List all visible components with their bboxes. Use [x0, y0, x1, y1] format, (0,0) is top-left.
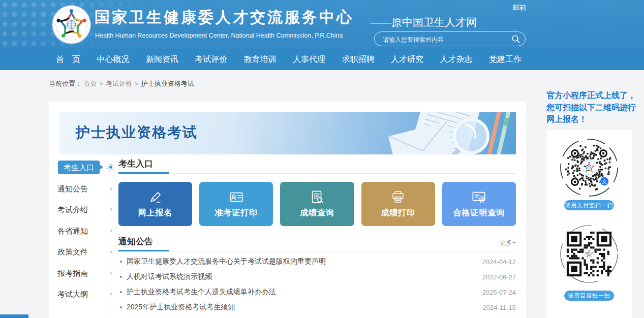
notice-list: 国家卫生健康委人才交流服务中心关于考试试题版权的重要声明2024-04-12人机… [118, 254, 516, 315]
entry-button-1[interactable]: 准考证打印 [199, 182, 273, 226]
sidebar-dot [110, 293, 112, 295]
notice-title[interactable]: 护士执业资格考试考生个人遗失成绩单补办办法 [127, 288, 482, 297]
sidebar-dot [110, 230, 112, 232]
notice-row-0[interactable]: 国家卫生健康委人才交流服务中心关于考试试题版权的重要声明2024-04-12 [118, 254, 516, 269]
entry-section-underline [118, 172, 516, 174]
notice-row-1[interactable]: 人机对话考试系统演示视频2022-06-27 [118, 269, 516, 284]
nav-item-6[interactable]: 求职招聘 [342, 54, 375, 65]
footer-edge [0, 314, 28, 318]
banner-title: 护士执业资格考试 [76, 123, 198, 142]
notice-date: 2024-04-12 [482, 258, 516, 266]
sidebar-item-4[interactable]: 政策文件 [57, 245, 103, 259]
sidebar-item-6[interactable]: 考试大纲 [57, 287, 103, 301]
bullet-dot [120, 291, 122, 293]
notice-section-title: 通知公告 [118, 236, 153, 247]
nav-item-1[interactable]: 中心概况 [97, 54, 129, 65]
nav-item-5[interactable]: 人事代理 [293, 54, 325, 65]
mailbox-link[interactable]: 邮箱 [513, 3, 526, 12]
former-site-name: ——原中国卫生人才网 [370, 15, 477, 29]
search-icon[interactable] [511, 35, 520, 44]
site-subtitle: Health Human Resources Development Cente… [95, 32, 343, 39]
more-link[interactable]: 更多+ [500, 239, 516, 247]
alipay-scan-button[interactable]: 请用支付宝扫一扫 [564, 200, 614, 210]
page: 国家卫生健康委人才交流服务中心 Health Human Resources D… [0, 0, 644, 318]
entry-button-label: 合格证明查询 [453, 208, 505, 218]
notice-row-3[interactable]: 2025年护士执业资格考试考生须知2024-11-15 [118, 300, 516, 315]
content-card: 护士执业资格考试 考生入口通知公告考试介绍各省通知政策文件报考指南考试大纲 考生… [49, 102, 526, 318]
banner-decoration [292, 112, 516, 154]
breadcrumb-item-1[interactable]: 考试评价 [106, 80, 132, 87]
nav-item-7[interactable]: 人才研究 [391, 54, 423, 65]
baidu-qr-code [559, 224, 620, 284]
active-marker [107, 164, 114, 171]
sidebar-dot [110, 187, 112, 190]
notice-row-2[interactable]: 护士执业资格考试考生个人遗失成绩单补办办法2025-07-24 [118, 284, 516, 300]
page-banner: 护士执业资格考试 [59, 112, 516, 154]
sidebar-dot [110, 208, 112, 211]
notice-date: 2025-07-24 [482, 289, 516, 296]
nav-item-3[interactable]: 考试评价 [195, 54, 227, 65]
sidebar-item-2[interactable]: 考试介绍 [57, 203, 103, 216]
entry-buttons: 网上报名准考证打印成绩查询成绩打印合格证明查询 [118, 182, 516, 226]
alipay-qr-code: 支 [559, 137, 620, 198]
entry-button-label: 成绩打印 [381, 208, 415, 218]
search-input[interactable] [382, 33, 506, 46]
nav-item-2[interactable]: 新闻资讯 [146, 54, 178, 65]
pencil-icon [148, 189, 163, 205]
bullet-dot [120, 261, 122, 263]
printer-icon [390, 189, 406, 205]
breadcrumb-prefix: 当前位置： [49, 80, 84, 87]
nav-item-9[interactable]: 党建工作 [489, 54, 522, 65]
notice-title[interactable]: 人机对话考试系统演示视频 [127, 272, 482, 281]
sidebar-dot [110, 272, 112, 274]
breadcrumb-item-2: 护士执业资格考试 [141, 80, 194, 87]
breadcrumb-separator: > [100, 80, 104, 87]
main-nav: 首 页中心概况新闻资讯考试评价教育培训人事代理求职招聘人才研究人才杂志党建工作 [0, 49, 644, 70]
site-logo [51, 5, 91, 45]
sidebar-item-5[interactable]: 报考指南 [57, 266, 103, 280]
entry-button-2[interactable]: 成绩查询 [280, 182, 354, 226]
entry-button-label: 准考证打印 [214, 208, 258, 218]
sidebar-item-1[interactable]: 通知公告 [57, 182, 103, 196]
notice-section-underline [118, 250, 516, 251]
notice-date: 2024-11-15 [482, 304, 516, 311]
entry-button-label: 成绩查询 [300, 208, 334, 218]
site-title: 国家卫生健康委人才交流服务中心 [95, 7, 354, 28]
nav-item-0[interactable]: 首 页 [56, 54, 80, 65]
id-card-icon [229, 189, 244, 205]
notice-title[interactable]: 国家卫生健康委人才交流服务中心关于考试试题版权的重要声明 [127, 257, 482, 266]
entry-button-4[interactable]: 合格证明查询 [442, 182, 516, 226]
sidebar-item-3[interactable]: 各省通知 [57, 224, 103, 238]
entry-section-header: 考生入口 [118, 158, 516, 170]
promo-text: 官方小程序正式上线了，您可扫描以下二维码进行网上报名！ [546, 89, 639, 125]
entry-section-title: 考生入口 [118, 158, 153, 170]
entry-button-0[interactable]: 网上报名 [118, 182, 192, 226]
site-header: 国家卫生健康委人才交流服务中心 Health Human Resources D… [0, 0, 644, 49]
notice-date: 2022-06-27 [482, 273, 516, 281]
qr-panel: 支 请用支付宝扫一扫 请用百度扫一扫 [546, 130, 632, 318]
nav-item-8[interactable]: 人才杂志 [440, 54, 473, 65]
bullet-dot [120, 306, 122, 308]
breadcrumb: 当前位置： 首页>考试评价>护士执业资格考试 [49, 79, 194, 88]
sidebar-item-active[interactable]: 考生入口 [58, 161, 100, 174]
baidu-scan-button[interactable]: 请用百度扫一扫 [564, 291, 614, 301]
svg-text:支: 支 [602, 179, 607, 184]
entry-button-label: 网上报名 [138, 208, 173, 218]
entry-button-3[interactable]: 成绩打印 [361, 182, 435, 226]
breadcrumb-item-0[interactable]: 首页 [84, 80, 97, 87]
breadcrumb-separator: > [135, 80, 139, 87]
document-search-icon [310, 189, 325, 205]
search-box [374, 31, 526, 46]
nav-item-4[interactable]: 教育培训 [244, 54, 277, 65]
bullet-dot [120, 276, 122, 278]
notice-section-header: 通知公告 更多+ [118, 236, 516, 248]
notice-title[interactable]: 2025年护士执业资格考试考生须知 [127, 303, 482, 312]
certificate-icon [471, 189, 486, 205]
sidebar-dot [110, 250, 112, 253]
